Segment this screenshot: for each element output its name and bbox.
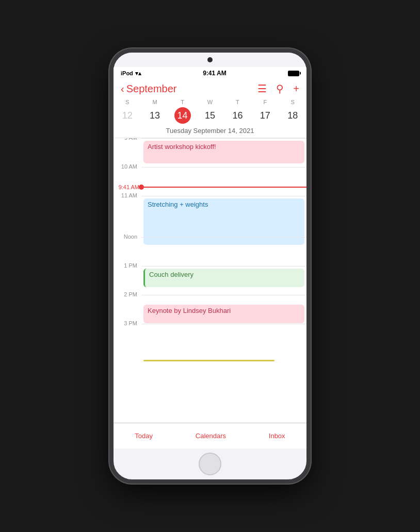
day-letter-sun: S [114, 99, 141, 105]
yellow-bar [143, 360, 274, 361]
day-numbers: 12 13 14 15 16 17 18 [114, 107, 306, 124]
month-nav[interactable]: ‹ September [121, 83, 177, 95]
day-17[interactable]: 17 [251, 107, 279, 124]
current-time-bar [144, 187, 306, 188]
time-line-1pm: Couch delivery [141, 266, 306, 295]
timeline-inner: 9 AM Artist workshop kickoff! 9:41 AM [114, 138, 306, 382]
status-bar: iPod ▾▴ 9:41 AM [114, 67, 306, 79]
day-letter-wed: W [196, 99, 223, 105]
event-couch-delivery-title: Couch delivery [149, 271, 193, 278]
day-13[interactable]: 13 [141, 107, 168, 124]
home-button[interactable] [199, 453, 221, 475]
tab-inbox[interactable]: Inbox [263, 430, 292, 442]
time-label-9am: 9 AM [114, 138, 141, 164]
status-right [288, 71, 299, 76]
list-icon[interactable]: ☰ [257, 82, 267, 95]
search-icon[interactable]: ⚲ [276, 82, 284, 95]
event-couch-delivery[interactable]: Couch delivery [143, 269, 304, 287]
screen: iPod ▾▴ 9:41 AM ‹ September ☰ ⚲ + S [114, 67, 306, 448]
time-row-1pm: 1 PM Couch delivery [114, 266, 306, 295]
day-letter-thu: T [224, 99, 251, 105]
month-title[interactable]: September [126, 83, 177, 95]
day-letter-tue: T [169, 99, 196, 105]
time-display: 9:41 AM [203, 70, 227, 77]
time-line-11am: Stretching + weights [141, 196, 306, 237]
day-headers: S M T W T F S [114, 99, 306, 105]
event-artist-workshop[interactable]: Artist workshop kickoff! [143, 141, 304, 163]
event-artist-workshop-title: Artist workshop kickoff! [148, 143, 216, 151]
day-letter-sat: S [279, 99, 306, 105]
date-label: Tuesday September 14, 2021 [114, 125, 306, 138]
day-14-today[interactable]: 14 [174, 107, 191, 124]
back-chevron-icon[interactable]: ‹ [121, 83, 124, 95]
time-line-3pm: Keynote by Lindsey Bukhari [141, 324, 306, 360]
tab-calendars[interactable]: Calendars [189, 430, 232, 442]
day-12[interactable]: 12 [114, 107, 141, 124]
current-time-line: 9:41 AM [141, 185, 306, 190]
time-label-2pm: 2 PM [114, 292, 141, 321]
event-keynote-title: Keynote by Lindsey Bukhari [148, 307, 231, 314]
battery-icon [288, 71, 299, 76]
time-label-11am: 11 AM [114, 193, 141, 234]
time-row-9am: 9 AM Artist workshop kickoff! [114, 138, 306, 167]
day-15[interactable]: 15 [196, 107, 223, 124]
tab-today[interactable]: Today [128, 430, 159, 442]
day-16[interactable]: 16 [224, 107, 251, 124]
device: iPod ▾▴ 9:41 AM ‹ September ☰ ⚲ + S [109, 48, 311, 484]
time-label-noon: Noon [114, 234, 141, 263]
time-row-11am: 11 AM Stretching + weights [114, 196, 306, 237]
carrier-label: iPod [121, 70, 133, 76]
device-top [114, 53, 306, 67]
day-18[interactable]: 18 [279, 107, 306, 124]
time-line-9am: Artist workshop kickoff! [141, 138, 306, 167]
wifi-icon: ▾▴ [135, 70, 141, 77]
camera [207, 57, 213, 62]
time-label-1pm: 1 PM [114, 263, 141, 292]
yellow-bar-container [114, 360, 306, 361]
header-actions: ☰ ⚲ + [257, 82, 299, 95]
day-letter-mon: M [141, 99, 168, 105]
time-row-noon: Noon [114, 237, 306, 266]
tab-bar: Today Calendars Inbox [114, 423, 306, 448]
event-keynote[interactable]: Keynote by Lindsey Bukhari [143, 305, 304, 323]
week-strip: S M T W T F S 12 13 14 15 16 17 18 [114, 97, 306, 125]
day-letter-fri: F [251, 99, 279, 105]
event-stretching-title: Stretching + weights [148, 201, 208, 208]
status-left: iPod ▾▴ [121, 70, 141, 77]
add-icon[interactable]: + [293, 83, 299, 95]
current-time-label: 9:41 AM [114, 184, 139, 190]
time-line-noon [141, 237, 306, 266]
timeline[interactable]: 9 AM Artist workshop kickoff! 9:41 AM [114, 138, 306, 422]
time-label-3pm: 3 PM [114, 321, 141, 357]
time-row-3pm: 3 PM Keynote by Lindsey Bukhari [114, 324, 306, 360]
calendar-header: ‹ September ☰ ⚲ + [114, 79, 306, 97]
time-line-10am [141, 167, 306, 196]
current-time-dot [139, 185, 144, 190]
time-row-10am: 10 AM [114, 167, 306, 196]
